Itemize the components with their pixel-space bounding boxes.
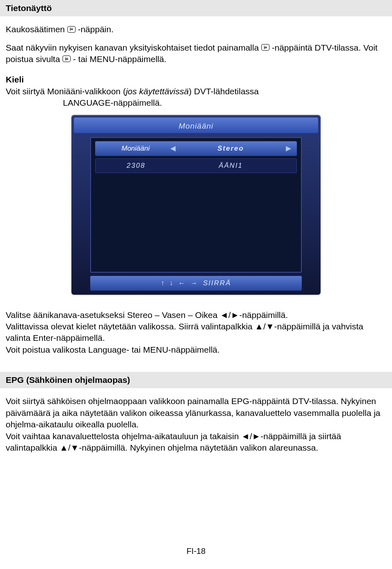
- tv-menu-screenshot: Moniääni Moniääni ◀ Stereo ▶ 2308 ÄÄNI1 …: [71, 115, 321, 295]
- arrow-right-icon: ▶: [286, 144, 291, 153]
- tv-row-audio: ÄÄNI1: [171, 161, 291, 171]
- para-language-key: LANGUAGE-näppäimellä.: [63, 97, 386, 109]
- tv-menu-title: Moniääni: [74, 118, 318, 133]
- tv-row-value: Stereo: [176, 144, 286, 153]
- info-button-icon: i+: [62, 56, 71, 62]
- tv-row-label: Moniääni: [101, 144, 170, 153]
- para-epg-desc: Voit siirtyä sähköisen ohjelmaoppaan val…: [6, 396, 386, 430]
- para-info-display: Saat näkyviin nykyisen kanavan yksityisk…: [6, 42, 386, 65]
- arrow-keys-icon: ↑ ↓ ← →: [161, 279, 199, 288]
- para-epg-nav: Voit vaihtaa kanavaluettelosta ohjelma-a…: [6, 431, 386, 454]
- text-italic: jos käytettävissä: [126, 87, 189, 96]
- tv-menu-body: Moniääni ◀ Stereo ▶ 2308 ÄÄNI1: [90, 137, 302, 273]
- page-number: FI-18: [0, 546, 392, 557]
- para-select-audio: Valitse äänikanava-asetukseksi Stereo – …: [6, 309, 386, 321]
- tv-row-selected: Moniääni ◀ Stereo ▶: [95, 141, 297, 156]
- heading-kieli: Kieli: [6, 74, 386, 85]
- tv-row-code: 2308: [101, 161, 171, 171]
- screenshot-container: Moniääni Moniääni ◀ Stereo ▶ 2308 ÄÄNI1 …: [6, 115, 386, 298]
- text: Saat näkyviin nykyisen kanavan yksityisk…: [6, 43, 261, 52]
- text: ) DVT-lähdetilassa: [189, 87, 259, 96]
- para-moniaani: Voit siirtyä Moniääni-valikkoon (jos käy…: [6, 86, 386, 97]
- tv-footer-label: SIIRRÄ: [203, 279, 231, 288]
- section-title-tietonaytto: Tietonäyttö: [0, 0, 392, 16]
- arrow-left-icon: ◀: [170, 144, 176, 153]
- para-exit-language: Voit poistua valikosta Language- tai MEN…: [6, 344, 386, 356]
- info-button-icon: i+: [67, 26, 76, 33]
- para-languages-available: Valittavissa olevat kielet näytetään val…: [6, 321, 386, 344]
- text: Voit siirtyä Moniääni-valikkoon (: [6, 87, 126, 96]
- info-button-icon: i+: [261, 44, 270, 51]
- text: -näppäin.: [78, 24, 114, 34]
- para-remote-button: Kaukosäätimen i+ -näppäin.: [6, 24, 386, 35]
- text: Kaukosäätimen: [6, 24, 67, 34]
- tv-footer-hint: ↑ ↓ ← → SIIRRÄ: [90, 276, 302, 291]
- tv-row-item: 2308 ÄÄNI1: [95, 158, 297, 173]
- section-title-epg: EPG (Sähköinen ohjelmaopas): [0, 372, 392, 388]
- text: - tai MENU-näppäimellä.: [73, 54, 167, 64]
